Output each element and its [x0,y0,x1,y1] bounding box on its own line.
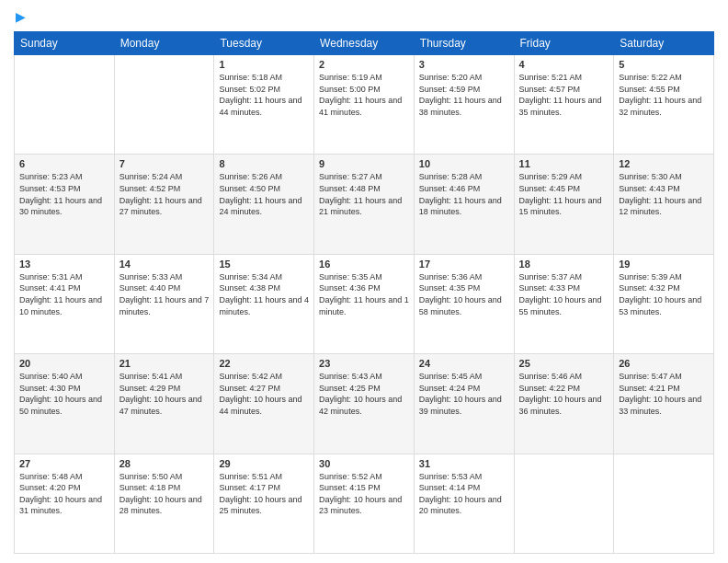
day-info: Sunrise: 5:34 AMSunset: 4:38 PMDaylight:… [219,271,309,317]
logo-bird-icon: ▶ [16,9,26,24]
day-number: 18 [519,259,609,270]
calendar-day-header: Wednesday [314,32,415,55]
header: ▶ [14,9,714,24]
day-info: Sunrise: 5:40 AMSunset: 4:30 PMDaylight:… [19,371,109,417]
day-info: Sunrise: 5:47 AMSunset: 4:21 PMDaylight:… [619,371,709,417]
calendar-cell: 25Sunrise: 5:46 AMSunset: 4:22 PMDayligh… [514,354,614,454]
day-info: Sunrise: 5:36 AMSunset: 4:35 PMDaylight:… [419,271,509,317]
calendar-cell: 18Sunrise: 5:37 AMSunset: 4:33 PMDayligh… [514,254,614,353]
day-number: 6 [19,158,109,169]
day-number: 23 [319,358,409,369]
day-number: 10 [419,158,509,169]
calendar-cell: 19Sunrise: 5:39 AMSunset: 4:32 PMDayligh… [614,254,714,353]
day-number: 17 [419,259,509,270]
day-number: 4 [519,59,609,70]
calendar-cell: 30Sunrise: 5:52 AMSunset: 4:15 PMDayligh… [314,454,415,553]
day-number: 25 [519,358,609,369]
day-info: Sunrise: 5:26 AMSunset: 4:50 PMDaylight:… [219,171,309,217]
calendar-day-header: Tuesday [214,32,314,55]
calendar-table: SundayMondayTuesdayWednesdayThursdayFrid… [14,31,714,554]
day-info: Sunrise: 5:48 AMSunset: 4:20 PMDaylight:… [19,471,109,517]
day-info: Sunrise: 5:20 AMSunset: 4:59 PMDaylight:… [419,72,509,118]
day-info: Sunrise: 5:30 AMSunset: 4:43 PMDaylight:… [619,171,709,217]
day-number: 31 [419,458,509,469]
day-number: 21 [119,358,210,369]
calendar-cell: 17Sunrise: 5:36 AMSunset: 4:35 PMDayligh… [414,254,514,353]
day-number: 24 [419,358,509,369]
calendar-cell: 21Sunrise: 5:41 AMSunset: 4:29 PMDayligh… [114,354,214,454]
day-number: 30 [319,458,409,469]
calendar-cell: 2Sunrise: 5:19 AMSunset: 5:00 PMDaylight… [314,55,415,155]
day-number: 1 [219,59,309,70]
calendar-week-row: 1Sunrise: 5:18 AMSunset: 5:02 PMDaylight… [15,55,714,155]
calendar-cell: 31Sunrise: 5:53 AMSunset: 4:14 PMDayligh… [414,454,514,553]
day-info: Sunrise: 5:28 AMSunset: 4:46 PMDaylight:… [419,171,509,217]
day-number: 13 [19,259,109,270]
day-number: 5 [619,59,709,70]
day-info: Sunrise: 5:21 AMSunset: 4:57 PMDaylight:… [519,72,609,118]
day-number: 14 [119,259,210,270]
calendar-cell: 5Sunrise: 5:22 AMSunset: 4:55 PMDaylight… [614,55,714,155]
page: ▶ SundayMondayTuesdayWednesdayThursdayFr… [0,0,728,563]
day-number: 19 [619,259,709,270]
calendar-cell [514,454,614,553]
day-info: Sunrise: 5:37 AMSunset: 4:33 PMDaylight:… [519,271,609,317]
calendar-day-header: Sunday [15,32,115,55]
calendar-cell: 11Sunrise: 5:29 AMSunset: 4:45 PMDayligh… [514,155,614,254]
day-info: Sunrise: 5:29 AMSunset: 4:45 PMDaylight:… [519,171,609,217]
calendar-cell: 27Sunrise: 5:48 AMSunset: 4:20 PMDayligh… [15,454,115,553]
calendar-cell: 1Sunrise: 5:18 AMSunset: 5:02 PMDaylight… [214,55,314,155]
calendar-cell: 7Sunrise: 5:24 AMSunset: 4:52 PMDaylight… [114,155,214,254]
calendar-week-row: 6Sunrise: 5:23 AMSunset: 4:53 PMDaylight… [15,155,714,254]
day-number: 26 [619,358,709,369]
calendar-cell: 15Sunrise: 5:34 AMSunset: 4:38 PMDayligh… [214,254,314,353]
calendar-cell [114,55,214,155]
calendar-cell: 3Sunrise: 5:20 AMSunset: 4:59 PMDaylight… [414,55,514,155]
calendar-day-header: Saturday [614,32,714,55]
day-number: 15 [219,259,309,270]
day-info: Sunrise: 5:52 AMSunset: 4:15 PMDaylight:… [319,471,409,517]
day-info: Sunrise: 5:45 AMSunset: 4:24 PMDaylight:… [419,371,509,417]
calendar-cell: 24Sunrise: 5:45 AMSunset: 4:24 PMDayligh… [414,354,514,454]
day-number: 22 [219,358,309,369]
calendar-header-row: SundayMondayTuesdayWednesdayThursdayFrid… [15,32,714,55]
calendar-cell: 10Sunrise: 5:28 AMSunset: 4:46 PMDayligh… [414,155,514,254]
day-number: 16 [319,259,409,270]
day-info: Sunrise: 5:19 AMSunset: 5:00 PMDaylight:… [319,72,409,118]
day-info: Sunrise: 5:31 AMSunset: 4:41 PMDaylight:… [19,271,109,317]
day-number: 20 [19,358,109,369]
calendar-cell: 23Sunrise: 5:43 AMSunset: 4:25 PMDayligh… [314,354,415,454]
day-info: Sunrise: 5:39 AMSunset: 4:32 PMDaylight:… [619,271,709,317]
day-info: Sunrise: 5:18 AMSunset: 5:02 PMDaylight:… [219,72,309,118]
calendar-cell: 13Sunrise: 5:31 AMSunset: 4:41 PMDayligh… [15,254,115,353]
calendar-cell: 29Sunrise: 5:51 AMSunset: 4:17 PMDayligh… [214,454,314,553]
day-info: Sunrise: 5:23 AMSunset: 4:53 PMDaylight:… [19,171,109,217]
day-number: 3 [419,59,509,70]
calendar-cell: 4Sunrise: 5:21 AMSunset: 4:57 PMDaylight… [514,55,614,155]
calendar-cell: 6Sunrise: 5:23 AMSunset: 4:53 PMDaylight… [15,155,115,254]
day-number: 27 [19,458,109,469]
logo: ▶ [14,9,26,24]
day-info: Sunrise: 5:50 AMSunset: 4:18 PMDaylight:… [119,471,210,517]
calendar-cell [15,55,115,155]
calendar-cell: 28Sunrise: 5:50 AMSunset: 4:18 PMDayligh… [114,454,214,553]
day-number: 29 [219,458,309,469]
day-number: 11 [519,158,609,169]
day-info: Sunrise: 5:24 AMSunset: 4:52 PMDaylight:… [119,171,210,217]
day-info: Sunrise: 5:46 AMSunset: 4:22 PMDaylight:… [519,371,609,417]
day-info: Sunrise: 5:35 AMSunset: 4:36 PMDaylight:… [319,271,409,317]
calendar-cell: 8Sunrise: 5:26 AMSunset: 4:50 PMDaylight… [214,155,314,254]
calendar-day-header: Thursday [414,32,514,55]
day-number: 2 [319,59,409,70]
day-info: Sunrise: 5:42 AMSunset: 4:27 PMDaylight:… [219,371,309,417]
calendar-cell: 22Sunrise: 5:42 AMSunset: 4:27 PMDayligh… [214,354,314,454]
day-info: Sunrise: 5:41 AMSunset: 4:29 PMDaylight:… [119,371,210,417]
calendar-cell: 14Sunrise: 5:33 AMSunset: 4:40 PMDayligh… [114,254,214,353]
calendar-week-row: 27Sunrise: 5:48 AMSunset: 4:20 PMDayligh… [15,454,714,553]
day-number: 8 [219,158,309,169]
day-info: Sunrise: 5:22 AMSunset: 4:55 PMDaylight:… [619,72,709,118]
day-number: 12 [619,158,709,169]
calendar-cell: 16Sunrise: 5:35 AMSunset: 4:36 PMDayligh… [314,254,415,353]
calendar-week-row: 20Sunrise: 5:40 AMSunset: 4:30 PMDayligh… [15,354,714,454]
calendar-day-header: Monday [114,32,214,55]
